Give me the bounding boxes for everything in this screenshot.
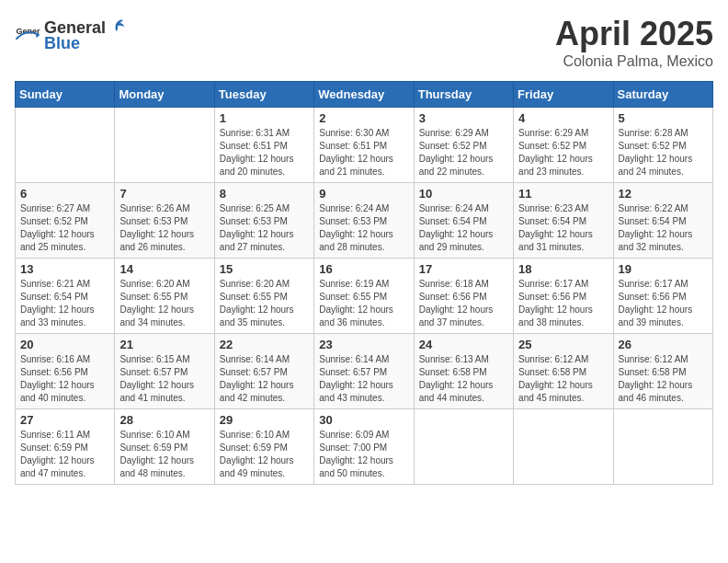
logo-bird-icon xyxy=(107,15,125,33)
day-info: Sunrise: 6:19 AMSunset: 6:55 PMDaylight:… xyxy=(319,278,408,329)
calendar-cell: 15Sunrise: 6:20 AMSunset: 6:55 PMDayligh… xyxy=(214,259,313,334)
day-info: Sunrise: 6:26 AMSunset: 6:53 PMDaylight:… xyxy=(119,202,209,254)
day-info: Sunrise: 6:16 AMSunset: 6:56 PMDaylight:… xyxy=(20,353,109,405)
day-number: 18 xyxy=(518,262,608,276)
calendar-cell xyxy=(514,409,613,485)
day-info: Sunrise: 6:22 AMSunset: 6:54 PMDaylight:… xyxy=(619,202,708,254)
day-info: Sunrise: 6:29 AMSunset: 6:52 PMDaylight:… xyxy=(419,127,508,178)
weekday-header-friday: Friday xyxy=(514,82,613,108)
calendar-cell: 6Sunrise: 6:27 AMSunset: 6:52 PMDaylight… xyxy=(16,183,115,259)
calendar-cell: 29Sunrise: 6:10 AMSunset: 6:59 PMDayligh… xyxy=(214,409,313,485)
day-number: 5 xyxy=(619,111,708,125)
calendar-cell: 11Sunrise: 6:23 AMSunset: 6:54 PMDayligh… xyxy=(514,183,613,259)
day-number: 11 xyxy=(518,187,608,201)
weekday-header-thursday: Thursday xyxy=(414,82,513,108)
day-number: 21 xyxy=(119,338,209,351)
day-number: 1 xyxy=(220,111,309,125)
calendar-header-row: SundayMondayTuesdayWednesdayThursdayFrid… xyxy=(16,82,713,108)
calendar-cell: 25Sunrise: 6:12 AMSunset: 6:58 PMDayligh… xyxy=(514,334,613,409)
day-info: Sunrise: 6:15 AMSunset: 6:57 PMDaylight:… xyxy=(119,353,209,405)
day-number: 3 xyxy=(419,111,508,125)
day-info: Sunrise: 6:10 AMSunset: 6:59 PMDaylight:… xyxy=(220,429,309,480)
calendar-cell: 2Sunrise: 6:30 AMSunset: 6:51 PMDaylight… xyxy=(314,108,414,183)
day-number: 12 xyxy=(619,187,708,201)
day-number: 27 xyxy=(20,413,109,427)
day-info: Sunrise: 6:24 AMSunset: 6:53 PMDaylight:… xyxy=(319,202,408,254)
location-title: Colonia Palma, Mexico xyxy=(555,53,713,70)
day-number: 6 xyxy=(20,187,109,201)
calendar-cell: 21Sunrise: 6:15 AMSunset: 6:57 PMDayligh… xyxy=(115,334,214,409)
calendar-week-row: 1Sunrise: 6:31 AMSunset: 6:51 PMDaylight… xyxy=(16,108,713,183)
calendar-cell: 19Sunrise: 6:17 AMSunset: 6:56 PMDayligh… xyxy=(613,259,712,334)
day-number: 20 xyxy=(20,338,109,351)
calendar-cell: 5Sunrise: 6:28 AMSunset: 6:52 PMDaylight… xyxy=(613,108,712,183)
calendar-cell: 28Sunrise: 6:10 AMSunset: 6:59 PMDayligh… xyxy=(115,409,214,485)
day-number: 29 xyxy=(220,413,309,427)
calendar-cell: 17Sunrise: 6:18 AMSunset: 6:56 PMDayligh… xyxy=(414,259,513,334)
day-number: 26 xyxy=(619,338,708,351)
calendar-cell: 27Sunrise: 6:11 AMSunset: 6:59 PMDayligh… xyxy=(16,409,115,485)
day-info: Sunrise: 6:27 AMSunset: 6:52 PMDaylight:… xyxy=(20,202,109,254)
day-info: Sunrise: 6:12 AMSunset: 6:58 PMDaylight:… xyxy=(619,353,708,405)
calendar-cell: 30Sunrise: 6:09 AMSunset: 7:00 PMDayligh… xyxy=(314,409,414,485)
day-info: Sunrise: 6:25 AMSunset: 6:53 PMDaylight:… xyxy=(220,202,309,254)
day-info: Sunrise: 6:10 AMSunset: 6:59 PMDaylight:… xyxy=(119,429,209,480)
day-number: 28 xyxy=(119,413,209,427)
page-header: General General Blue April 2025 Colonia … xyxy=(15,15,713,70)
day-number: 9 xyxy=(319,187,408,201)
day-info: Sunrise: 6:28 AMSunset: 6:52 PMDaylight:… xyxy=(619,127,708,178)
calendar-cell: 1Sunrise: 6:31 AMSunset: 6:51 PMDaylight… xyxy=(214,108,313,183)
day-info: Sunrise: 6:11 AMSunset: 6:59 PMDaylight:… xyxy=(20,429,109,480)
weekday-header-monday: Monday xyxy=(115,82,214,108)
day-number: 25 xyxy=(518,338,608,351)
day-info: Sunrise: 6:20 AMSunset: 6:55 PMDaylight:… xyxy=(220,278,309,329)
weekday-header-sunday: Sunday xyxy=(16,82,115,108)
calendar-cell: 16Sunrise: 6:19 AMSunset: 6:55 PMDayligh… xyxy=(314,259,414,334)
calendar-cell xyxy=(115,108,214,183)
day-info: Sunrise: 6:17 AMSunset: 6:56 PMDaylight:… xyxy=(619,278,708,329)
day-info: Sunrise: 6:31 AMSunset: 6:51 PMDaylight:… xyxy=(220,127,309,178)
day-info: Sunrise: 6:14 AMSunset: 6:57 PMDaylight:… xyxy=(220,353,309,405)
day-number: 16 xyxy=(319,262,408,276)
day-info: Sunrise: 6:17 AMSunset: 6:56 PMDaylight:… xyxy=(518,278,608,329)
calendar-cell: 22Sunrise: 6:14 AMSunset: 6:57 PMDayligh… xyxy=(214,334,313,409)
calendar-cell: 10Sunrise: 6:24 AMSunset: 6:54 PMDayligh… xyxy=(414,183,513,259)
calendar-cell xyxy=(613,409,712,485)
title-block: April 2025 Colonia Palma, Mexico xyxy=(555,15,713,70)
day-number: 13 xyxy=(20,262,109,276)
day-info: Sunrise: 6:30 AMSunset: 6:51 PMDaylight:… xyxy=(319,127,408,178)
day-info: Sunrise: 6:29 AMSunset: 6:52 PMDaylight:… xyxy=(518,127,608,178)
day-number: 14 xyxy=(119,262,209,276)
calendar-cell: 14Sunrise: 6:20 AMSunset: 6:55 PMDayligh… xyxy=(115,259,214,334)
day-info: Sunrise: 6:18 AMSunset: 6:56 PMDaylight:… xyxy=(419,278,508,329)
day-number: 24 xyxy=(419,338,508,351)
weekday-header-saturday: Saturday xyxy=(613,82,712,108)
calendar-week-row: 13Sunrise: 6:21 AMSunset: 6:54 PMDayligh… xyxy=(16,259,713,334)
calendar-week-row: 27Sunrise: 6:11 AMSunset: 6:59 PMDayligh… xyxy=(16,409,713,485)
calendar-cell: 4Sunrise: 6:29 AMSunset: 6:52 PMDaylight… xyxy=(514,108,613,183)
day-info: Sunrise: 6:09 AMSunset: 7:00 PMDaylight:… xyxy=(319,429,408,480)
calendar-cell xyxy=(414,409,513,485)
calendar-cell xyxy=(16,108,115,183)
day-info: Sunrise: 6:20 AMSunset: 6:55 PMDaylight:… xyxy=(119,278,209,329)
day-number: 17 xyxy=(419,262,508,276)
day-number: 4 xyxy=(518,111,608,125)
calendar-cell: 26Sunrise: 6:12 AMSunset: 6:58 PMDayligh… xyxy=(613,334,712,409)
day-info: Sunrise: 6:24 AMSunset: 6:54 PMDaylight:… xyxy=(419,202,508,254)
calendar-cell: 8Sunrise: 6:25 AMSunset: 6:53 PMDaylight… xyxy=(214,183,313,259)
day-number: 10 xyxy=(419,187,508,201)
day-info: Sunrise: 6:13 AMSunset: 6:58 PMDaylight:… xyxy=(419,353,508,405)
calendar-week-row: 20Sunrise: 6:16 AMSunset: 6:56 PMDayligh… xyxy=(16,334,713,409)
day-number: 22 xyxy=(220,338,309,351)
calendar-cell: 24Sunrise: 6:13 AMSunset: 6:58 PMDayligh… xyxy=(414,334,513,409)
day-info: Sunrise: 6:21 AMSunset: 6:54 PMDaylight:… xyxy=(20,278,109,329)
day-number: 23 xyxy=(319,338,408,351)
weekday-header-wednesday: Wednesday xyxy=(314,82,414,108)
day-info: Sunrise: 6:14 AMSunset: 6:57 PMDaylight:… xyxy=(319,353,408,405)
day-number: 7 xyxy=(119,187,209,201)
day-number: 2 xyxy=(319,111,408,125)
calendar-cell: 7Sunrise: 6:26 AMSunset: 6:53 PMDaylight… xyxy=(115,183,214,259)
logo-icon: General xyxy=(15,21,40,47)
day-number: 19 xyxy=(619,262,708,276)
day-number: 15 xyxy=(220,262,309,276)
